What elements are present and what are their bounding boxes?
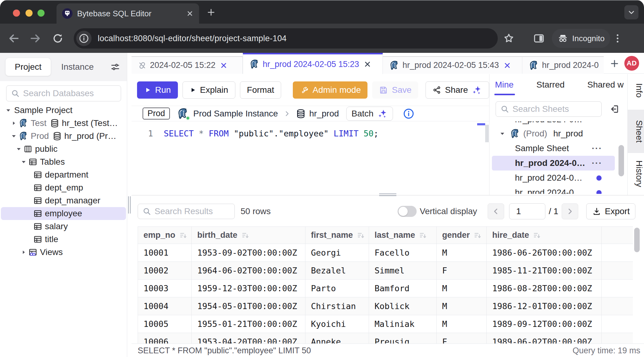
back-button[interactable] xyxy=(6,31,21,46)
cell[interactable]: Preusig xyxy=(369,333,437,344)
caret-right-icon[interactable] xyxy=(10,120,18,127)
caret-right-icon[interactable] xyxy=(20,249,28,256)
database-search[interactable] xyxy=(6,85,121,101)
cell[interactable]: 10001 xyxy=(138,244,192,262)
tree-item-tables-group[interactable]: Tables xyxy=(0,155,127,168)
tab-mine[interactable]: Mine xyxy=(495,80,514,90)
table-row[interactable]: 10006 1953-04-20T00:00:00Z Anneke Preusi… xyxy=(138,333,633,344)
tree-item-table-salary[interactable]: salary xyxy=(0,220,127,233)
column-header[interactable]: first_name xyxy=(305,227,369,244)
results-resize-handle[interactable] xyxy=(379,194,396,197)
cell[interactable]: F xyxy=(437,333,487,344)
cell[interactable]: 1955-01-21T00:00:00Z xyxy=(192,315,305,333)
sheet-search[interactable] xyxy=(496,101,602,117)
close-tab-icon[interactable] xyxy=(220,61,228,69)
add-sheet-tab-button[interactable] xyxy=(610,59,619,69)
cell[interactable]: Koblick xyxy=(369,297,437,315)
caret-down-icon[interactable] xyxy=(15,145,23,153)
cell[interactable]: F xyxy=(437,262,487,280)
save-button[interactable]: Save xyxy=(372,81,418,99)
cell[interactable]: Kyoichi xyxy=(305,315,369,333)
cell[interactable]: 10006 xyxy=(138,333,192,344)
sheet-item-unsaved-partial[interactable]: hr_prod 2024-0… xyxy=(489,185,627,194)
cell[interactable]: Bezalel xyxy=(305,262,369,280)
info-icon[interactable] xyxy=(403,108,414,120)
instance-name[interactable]: Prod Sample Instance xyxy=(193,109,278,119)
sheet-item-menu-icon[interactable]: ··· xyxy=(592,158,602,168)
cell[interactable]: Simmel xyxy=(369,262,437,280)
editor-tab-disconnected[interactable]: 2024-02-05 15:22 xyxy=(132,56,243,74)
sidebar-resize-handle[interactable] xyxy=(128,196,131,214)
tab-search-button[interactable] xyxy=(624,5,638,19)
prev-page-button[interactable] xyxy=(488,203,504,219)
run-button[interactable]: Run xyxy=(137,81,178,99)
table-row[interactable]: 10003 1959-12-03T00:00:00Z Parto Bamford… xyxy=(138,280,633,297)
column-header[interactable]: birth_date xyxy=(192,227,305,244)
tree-item-project[interactable]: Sample Project xyxy=(0,104,127,117)
caret-down-icon[interactable] xyxy=(20,158,28,166)
tab-instance[interactable]: Instance xyxy=(51,58,104,76)
cell[interactable]: M xyxy=(437,244,487,262)
forward-button[interactable] xyxy=(28,31,43,46)
cell[interactable]: Chirstian xyxy=(305,297,369,315)
batch-button[interactable]: Batch xyxy=(346,107,393,121)
side-tab-history[interactable]: History xyxy=(628,159,644,189)
new-tab-button[interactable] xyxy=(206,8,216,17)
column-header[interactable]: gender xyxy=(437,227,487,244)
side-panel-icon[interactable] xyxy=(532,31,546,46)
tree-item-hr-test[interactable]: Test hr_test (Test… xyxy=(0,117,127,130)
database-search-input[interactable] xyxy=(23,88,121,98)
sql-editor[interactable]: 1 SELECT * FROM "public"."employee" LIMI… xyxy=(132,121,489,195)
tree-item-views-group[interactable]: Views xyxy=(0,246,127,259)
cell[interactable]: Anneke xyxy=(305,333,369,344)
caret-down-icon[interactable] xyxy=(4,107,12,114)
table-row[interactable]: 10001 1953-09-02T00:00:00Z Georgi Facell… xyxy=(138,244,633,262)
cell[interactable]: 10002 xyxy=(138,262,192,280)
vertical-display-toggle[interactable] xyxy=(398,206,417,217)
cell[interactable]: 1989-06-02T00:00:00Z xyxy=(487,333,602,344)
cell[interactable]: 10005 xyxy=(138,315,192,333)
close-window-button[interactable] xyxy=(13,10,20,17)
minimize-window-button[interactable] xyxy=(26,10,33,17)
panel-resize-handle[interactable] xyxy=(486,125,489,142)
tab-project[interactable]: Project xyxy=(6,58,51,76)
sheet-item-unsaved[interactable]: hr_prod 2024-0… xyxy=(489,171,627,185)
tab-shared[interactable]: Shared w xyxy=(587,80,624,90)
reload-button[interactable] xyxy=(50,31,65,46)
cell[interactable]: Bamford xyxy=(369,280,437,297)
admin-mode-button[interactable]: Admin mode xyxy=(293,81,367,99)
tree-item-table-department[interactable]: department xyxy=(0,168,127,181)
address-bar[interactable]: localhost:8080/sql-editor/sheet/project-… xyxy=(74,28,498,49)
tab-starred[interactable]: Starred xyxy=(536,80,565,90)
table-row[interactable]: 10004 1954-05-01T00:00:00Z Chirstian Kob… xyxy=(138,297,633,315)
column-header[interactable]: hire_date xyxy=(487,227,602,244)
sheet-item-sample[interactable]: Sample Sheet ··· xyxy=(489,141,627,156)
sheet-scrollbar[interactable] xyxy=(618,145,624,176)
cell[interactable]: 1989-09-12T00:00:00Z xyxy=(487,315,602,333)
editor-tab[interactable]: hr_prod 2024-02-05 15:43 xyxy=(383,56,522,74)
cell[interactable]: Parto xyxy=(305,280,369,297)
import-sheet-icon[interactable] xyxy=(608,104,619,115)
results-search[interactable] xyxy=(138,204,235,219)
export-button[interactable]: Export xyxy=(586,203,635,219)
cell[interactable]: 1985-11-21T00:00:00Z xyxy=(487,262,602,280)
cell[interactable]: 1986-06-26T00:00:00Z xyxy=(487,244,602,262)
cell[interactable]: Maliniak xyxy=(369,315,437,333)
cell[interactable]: M xyxy=(437,315,487,333)
next-page-button[interactable] xyxy=(562,203,578,219)
cell[interactable]: Facello xyxy=(369,244,437,262)
browser-tab-close-icon[interactable] xyxy=(186,10,194,17)
bookmark-star-icon[interactable] xyxy=(501,31,516,46)
cell[interactable]: 10003 xyxy=(138,280,192,297)
cell[interactable]: 1953-09-02T00:00:00Z xyxy=(192,244,305,262)
sheet-group-hr-prod[interactable]: (Prod) hr_prod xyxy=(489,126,627,141)
cell[interactable]: 1986-12-01T00:00:00Z xyxy=(487,297,602,315)
user-avatar[interactable]: AD xyxy=(624,56,639,71)
cell[interactable]: 1959-12-03T00:00:00Z xyxy=(192,280,305,297)
column-header[interactable]: emp_no xyxy=(138,227,192,244)
tree-item-table-dept-manager[interactable]: dept_manager xyxy=(0,194,127,207)
tree-item-schema-public[interactable]: public xyxy=(0,143,127,155)
editor-tab-clipped[interactable]: hr_prod 2024-0 xyxy=(522,56,604,74)
table-row[interactable]: 10005 1955-01-21T00:00:00Z Kyoichi Malin… xyxy=(138,315,633,333)
site-info-icon[interactable] xyxy=(76,31,92,46)
